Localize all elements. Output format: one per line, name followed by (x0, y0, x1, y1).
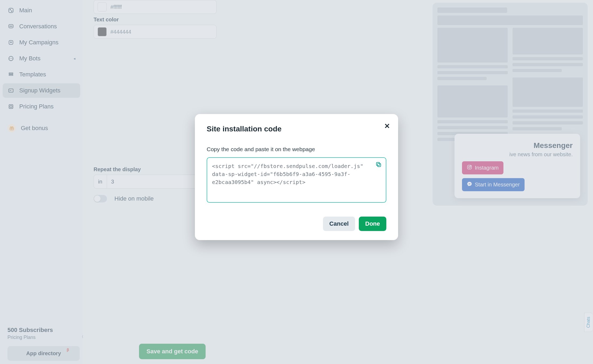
widget-subtitle: ive news from our website. (462, 151, 573, 158)
sidebar-item-main[interactable]: Main (3, 3, 80, 18)
save-get-code-button[interactable]: Save and get code (139, 344, 206, 359)
sidebar-item-signup-widgets[interactable]: Signup Widgets (3, 83, 80, 98)
svg-point-4 (10, 26, 10, 26)
repeat-value[interactable]: 3 (107, 175, 197, 188)
bg-color-value: #ffffff (110, 4, 122, 10)
messenger-button[interactable]: Start in Messenger (462, 178, 525, 191)
app-directory-label: App directory (26, 350, 61, 356)
bot-icon (7, 55, 14, 62)
text-color-label: Text color (94, 17, 217, 23)
color-swatch (98, 2, 107, 11)
cancel-button[interactable]: Cancel (323, 217, 355, 231)
installation-code-modal: Site installation code ✕ Copy the code a… (195, 114, 398, 240)
sidebar-item-label: Main (19, 7, 32, 14)
bg-color-field[interactable]: #ffffff (94, 0, 217, 14)
svg-rect-0 (9, 8, 13, 13)
sidebar-nav: Main Conversations My Campaigns My Bots … (3, 3, 80, 324)
sidebar-item-label: Templates (19, 71, 46, 78)
svg-rect-13 (10, 105, 12, 107)
chats-side-tab[interactable]: Chats (584, 313, 592, 332)
hide-mobile-toggle[interactable] (94, 195, 107, 202)
close-button[interactable]: ✕ (384, 122, 390, 130)
repeat-prefix: in (94, 175, 107, 188)
pricing-icon (7, 103, 14, 110)
svg-point-17 (471, 166, 471, 166)
modal-title: Site installation code (207, 125, 386, 133)
sidebar-item-conversations[interactable]: Conversations (3, 19, 80, 34)
sidebar-item-label: My Bots (19, 55, 40, 62)
messenger-icon (467, 181, 472, 188)
chevron-left-icon: ◂ (74, 56, 75, 61)
templates-icon (7, 71, 14, 78)
copy-icon (375, 165, 382, 169)
sidebar-item-label: My Campaigns (19, 39, 59, 46)
upload-icon (7, 39, 14, 46)
code-field-wrap (207, 157, 386, 204)
text-color-field[interactable]: #444444 (94, 25, 217, 39)
sliders-icon (7, 7, 14, 14)
messenger-label: Start in Messenger (475, 182, 520, 188)
svg-rect-10 (9, 75, 13, 76)
sidebar-item-bots[interactable]: My Bots ◂ (3, 51, 80, 66)
messenger-widget-preview: Messenger ive news from our website. Ins… (455, 134, 580, 198)
svg-rect-18 (378, 163, 381, 167)
widget-title: Messenger (462, 141, 573, 150)
instagram-button[interactable]: Instagram (462, 161, 503, 174)
pricing-link[interactable]: Pricing Plans (7, 335, 75, 340)
sidebar-footer: 500 Subscribers Pricing Plans App direct… (3, 324, 80, 361)
svg-point-5 (11, 26, 11, 26)
widget-preview: Messenger ive news from our website. Ins… (433, 3, 588, 206)
svg-point-8 (9, 56, 13, 61)
sidebar-item-label: Signup Widgets (19, 87, 60, 94)
instagram-label: Instagram (475, 165, 499, 171)
sidebar-item-label: Conversations (19, 23, 57, 30)
widget-icon (7, 87, 14, 94)
modal-actions: Cancel Done (207, 217, 386, 231)
color-swatch (98, 27, 107, 36)
sidebar: Main Conversations My Campaigns My Bots … (0, 0, 83, 364)
sidebar-item-campaigns[interactable]: My Campaigns (3, 35, 80, 50)
svg-point-16 (469, 166, 471, 168)
sidebar-item-bonus[interactable]: Get bonus (3, 120, 80, 136)
copy-button[interactable] (375, 161, 383, 169)
beta-badge: β (67, 348, 69, 352)
app-directory-button[interactable]: App directory β (7, 346, 80, 361)
text-color-value: #444444 (110, 29, 131, 35)
instagram-icon (467, 165, 472, 171)
close-icon: ✕ (384, 122, 390, 130)
gift-icon (7, 124, 16, 132)
svg-rect-12 (9, 105, 13, 109)
sidebar-item-label: Get bonus (21, 125, 48, 132)
svg-point-6 (12, 26, 12, 26)
done-button[interactable]: Done (359, 217, 386, 231)
sidebar-item-label: Pricing Plans (19, 103, 53, 110)
code-textarea[interactable] (207, 157, 386, 203)
sidebar-item-templates[interactable]: Templates (3, 67, 80, 82)
modal-instruction: Copy the code and paste it on the webpag… (207, 146, 386, 152)
sidebar-item-pricing[interactable]: Pricing Plans (3, 99, 80, 114)
svg-rect-19 (376, 162, 380, 166)
chat-icon (7, 23, 14, 30)
svg-rect-9 (9, 73, 13, 74)
subscriber-count: 500 Subscribers (7, 327, 75, 334)
hide-mobile-label: Hide on mobile (114, 195, 154, 202)
